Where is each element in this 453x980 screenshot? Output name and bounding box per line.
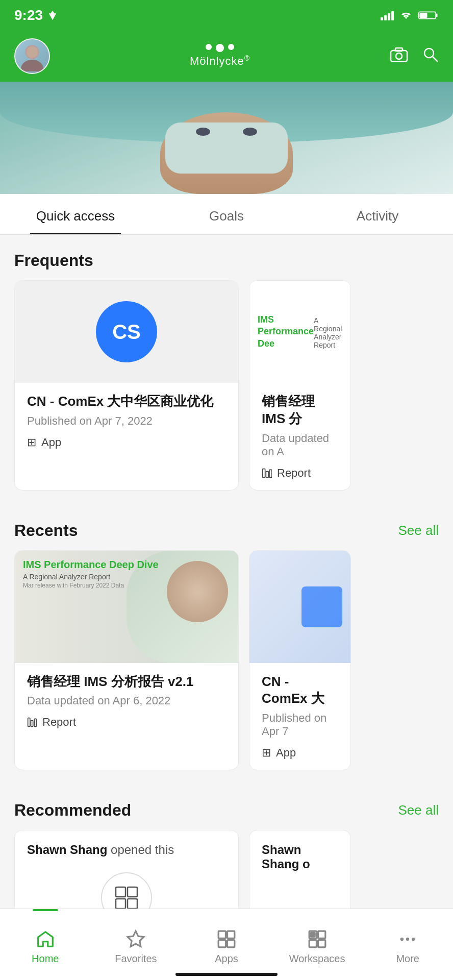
svg-rect-20 [128,899,137,909]
svg-point-31 [400,938,404,941]
favorites-icon [126,929,145,949]
svg-rect-6 [391,51,407,62]
frequents-cards: CS CN - ComEx 大中华区商业优化 Published on Apr … [14,280,439,505]
frequents-title: Frequents [14,251,93,270]
nav-workspaces-label: Workspaces [289,953,345,965]
card-title: CN - ComEx 大中华区商业优化 [27,393,226,410]
card-meta: Published on Apr 7, 2022 [27,414,226,428]
main-tabs: Quick access Goals Activity [0,194,453,235]
nav-more-label: More [396,953,419,965]
nav-more[interactable]: More [362,909,453,980]
grid-icon [114,885,139,911]
svg-point-5 [27,46,38,58]
tab-activity[interactable]: Activity [302,194,453,234]
location-icon [47,10,58,21]
more-icon [398,929,417,949]
svg-rect-25 [228,940,235,947]
card-title: CN - ComEx 大 [262,673,338,708]
app-type-icon: ⊞ [262,746,271,760]
svg-rect-22 [218,931,225,938]
card-meta: Published on Apr 7 [262,712,338,738]
card-preview [249,551,350,663]
card-meta: Data updated on A [262,432,338,458]
svg-rect-1 [436,14,437,17]
list-item[interactable]: CS CN - ComEx 大中华区商业优化 Published on Apr … [14,280,239,491]
recents-see-all[interactable]: See all [398,523,439,538]
frequents-section: Frequents CS CN - ComEx 大中华区商业优化 Publish… [0,235,453,505]
card-type: Report [262,467,338,480]
svg-rect-23 [228,931,235,938]
active-indicator [33,909,58,911]
wifi-icon [399,10,413,20]
svg-line-10 [433,57,438,62]
app-type-icon: ⊞ [27,436,36,449]
hero-image [0,82,453,194]
recents-section: Recents See all IMS Performance Deep Div… [0,505,453,785]
list-item[interactable]: CN - ComEx 大 Published on Apr 7 ⊞ App [249,550,351,771]
battery-icon [418,10,439,20]
signal-bars [381,10,394,20]
search-icon [422,46,439,63]
svg-rect-13 [269,470,272,477]
home-icon [36,929,55,949]
list-item[interactable]: IMS Performance Dee A Regional Analyzer … [249,280,351,491]
nav-favorites-label: Favorites [115,953,157,965]
nav-home[interactable]: Home [0,909,91,980]
app-logo: Mölnlycke® [190,44,250,68]
svg-point-33 [412,938,415,941]
svg-rect-8 [395,48,402,51]
time-display: 9:23 [14,7,43,23]
svg-rect-12 [266,471,268,477]
card-initials: CS [96,301,157,362]
svg-marker-21 [128,931,144,946]
card-preview: CS [15,281,238,383]
camera-button[interactable] [390,47,408,66]
svg-rect-11 [263,469,265,477]
recents-cards: IMS Performance Deep Dive A Regional Ana… [14,550,439,785]
card-meta: Data updated on Apr 6, 2022 [27,694,226,707]
svg-rect-18 [128,887,137,897]
search-button[interactable] [422,46,439,66]
svg-rect-24 [218,940,225,947]
svg-rect-14 [28,718,30,727]
recents-title: Recents [14,521,78,540]
card-title: 销售经理 IMS 分 [262,393,338,428]
workspaces-icon [308,929,327,949]
header-actions [390,46,439,66]
user-avatar-img [19,41,45,71]
apps-icon [217,929,236,949]
avatar[interactable] [14,38,50,74]
card-preview: IMS Performance Deep Dive A Regional Ana… [15,551,238,663]
rec-opened-by: Shawn Shang o [262,843,338,871]
rec-opened-by: Shawn Shang opened this [27,843,226,857]
svg-rect-17 [116,887,125,897]
status-bar: 9:23 [0,0,453,31]
svg-rect-15 [31,721,33,727]
card-type: ⊞ App [262,746,338,760]
svg-point-4 [21,60,43,71]
card-type: ⊞ App [27,436,226,449]
home-indicator [175,973,278,976]
tab-quick-access[interactable]: Quick access [0,194,151,234]
svg-rect-16 [34,719,36,727]
main-content: Frequents CS CN - ComEx 大中华区商业优化 Publish… [0,235,453,980]
card-preview: IMS Performance Dee A Regional Analyzer … [249,281,350,383]
tab-goals[interactable]: Goals [151,194,302,234]
list-item[interactable]: IMS Performance Deep Dive A Regional Ana… [14,550,239,771]
recommended-see-all[interactable]: See all [398,802,439,818]
svg-rect-29 [318,940,325,947]
app-header: Mölnlycke® [0,31,453,82]
nav-apps[interactable]: Apps [181,909,272,980]
camera-icon [390,47,408,62]
nav-favorites[interactable]: Favorites [91,909,182,980]
recommended-title: Recommended [14,801,131,820]
nav-apps-label: Apps [215,953,238,965]
svg-point-7 [396,53,402,59]
svg-rect-27 [318,931,325,938]
nav-home-label: Home [32,953,59,965]
svg-rect-28 [309,940,316,947]
nav-workspaces[interactable]: Workspaces [272,909,363,980]
svg-rect-2 [420,13,427,18]
report-icon [27,717,37,727]
report-icon [262,468,272,478]
